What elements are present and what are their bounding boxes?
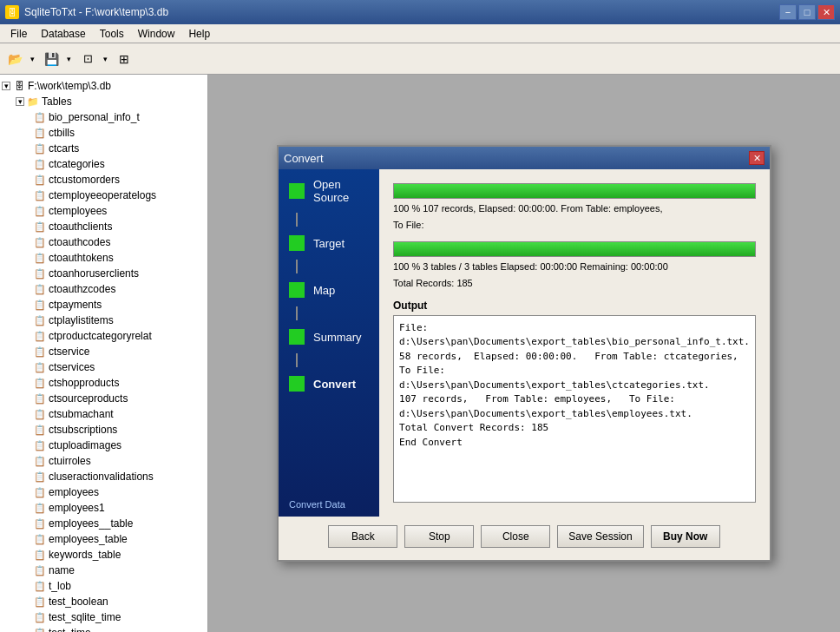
- connector-4: [296, 353, 298, 367]
- step-label-target: Target: [313, 237, 345, 250]
- save-session-button[interactable]: Save Session: [557, 525, 643, 548]
- close-button[interactable]: Close: [481, 525, 550, 548]
- dialog-close-btn[interactable]: ✕: [749, 151, 765, 165]
- list-item[interactable]: 📋ctoauthtokens: [0, 250, 207, 266]
- list-item[interactable]: 📋ctshopproducts: [0, 375, 207, 391]
- list-item[interactable]: 📋employees_table: [0, 531, 207, 547]
- list-item[interactable]: 📋bio_personal_info_t: [0, 109, 207, 125]
- list-item[interactable]: 📋ctsubmachant: [0, 406, 207, 422]
- table-icon: 📋: [33, 313, 47, 327]
- list-item[interactable]: 📋employees__table: [0, 516, 207, 531]
- export-group: ⊡ ▾: [76, 48, 111, 70]
- list-item[interactable]: 📋test_boolean: [0, 594, 207, 609]
- list-item[interactable]: 📋ctservices: [0, 359, 207, 375]
- list-item[interactable]: 📋ctuploadimages: [0, 438, 207, 453]
- table-icon: 📋: [33, 157, 47, 171]
- list-item[interactable]: 📋ctemployeeoperatelogs: [0, 188, 207, 203]
- content-area: Convert ✕ Open Source: [208, 75, 840, 632]
- progress-bar-1-container: [393, 183, 756, 199]
- wizard-step-convert[interactable]: Convert: [279, 367, 379, 400]
- window-title: SqliteToTxt - F:\work\temp\3.db: [24, 6, 168, 18]
- table-icon: 📋: [33, 345, 47, 359]
- list-item[interactable]: 📋ctpayments: [0, 297, 207, 313]
- maximize-btn[interactable]: □: [798, 4, 816, 20]
- list-item[interactable]: 📋ctsubscriptions: [0, 422, 207, 438]
- folder-icon: 📁: [26, 95, 40, 109]
- list-item[interactable]: 📋employees: [0, 484, 207, 500]
- list-item[interactable]: 📋ctbills: [0, 125, 207, 141]
- menu-window[interactable]: Window: [131, 26, 182, 42]
- progress-label-1: 100 % 107 records, Elapsed: 00:00:00. Fr…: [393, 202, 756, 215]
- table-icon: 📋: [33, 532, 47, 546]
- list-item[interactable]: 📋ctcarts: [0, 141, 207, 156]
- list-item[interactable]: 📋ctuirroles: [0, 453, 207, 469]
- connector-3: [296, 306, 298, 320]
- list-item[interactable]: 📋keywords_table: [0, 547, 207, 563]
- table-icon: 📋: [33, 485, 47, 499]
- app-icon: 🗄: [5, 5, 19, 19]
- table-icon: 📋: [33, 454, 47, 468]
- list-item[interactable]: 📋ctplaylistitems: [0, 313, 207, 328]
- list-item[interactable]: 📋name: [0, 563, 207, 578]
- menu-bar: File Database Tools Window Help: [0, 24, 840, 43]
- wizard-step-summary[interactable]: Summary: [279, 320, 379, 353]
- tables-expand[interactable]: ▾: [16, 97, 24, 106]
- list-item[interactable]: 📋ctoauthclients: [0, 219, 207, 234]
- list-item[interactable]: 📋ctcategories: [0, 156, 207, 172]
- list-item[interactable]: 📋ctcustomorders: [0, 172, 207, 188]
- root-expand[interactable]: ▾: [2, 82, 10, 90]
- minimize-btn[interactable]: −: [779, 4, 797, 20]
- list-item[interactable]: 📋cluseractionvalidations: [0, 469, 207, 484]
- list-item[interactable]: 📋ctemployees: [0, 203, 207, 219]
- step-dot-target: [289, 235, 305, 251]
- menu-help[interactable]: Help: [181, 26, 217, 42]
- wizard-step-open-source[interactable]: Open Source: [279, 169, 379, 213]
- wizard-sidebar: Open Source Target Map: [279, 169, 379, 517]
- list-item[interactable]: 📋ctoanhoruserclients: [0, 266, 207, 281]
- wizard-step-target[interactable]: Target: [279, 227, 379, 260]
- open-dropdown-btn[interactable]: ▾: [26, 48, 38, 70]
- step-label-convert: Convert: [313, 378, 356, 391]
- menu-database[interactable]: Database: [34, 26, 92, 42]
- step-label-open-source: Open Source: [313, 178, 369, 204]
- list-item[interactable]: 📋test_time: [0, 625, 207, 632]
- table-icon: 📋: [33, 188, 47, 202]
- step-label-summary: Summary: [313, 331, 362, 344]
- table-icon: 📋: [33, 407, 47, 421]
- close-window-btn[interactable]: ✕: [817, 4, 835, 20]
- table-icon: 📋: [33, 563, 47, 577]
- tree-tables-folder[interactable]: ▾ 📁 Tables: [0, 94, 207, 109]
- table-icon: 📋: [33, 626, 47, 632]
- wizard-step-map[interactable]: Map: [279, 273, 379, 306]
- back-button[interactable]: Back: [328, 525, 397, 548]
- menu-file[interactable]: File: [3, 26, 34, 42]
- list-item[interactable]: 📋ctproductcategoryrelat: [0, 328, 207, 344]
- progress-bar-2-fill: [394, 242, 755, 256]
- table-icon: 📋: [33, 126, 47, 140]
- save-group: 💾 ▾: [40, 48, 75, 70]
- open-file-btn[interactable]: 📂: [3, 48, 26, 70]
- tree-root[interactable]: ▾ 🗄 F:\work\temp\3.db: [0, 78, 207, 94]
- menu-tools[interactable]: Tools: [93, 26, 131, 42]
- save-btn[interactable]: 💾: [40, 48, 62, 70]
- table-icon: 📋: [33, 548, 47, 562]
- output-text: File: d:\Users\pan\Documents\export_tabl…: [393, 315, 756, 503]
- stop-button[interactable]: Stop: [404, 525, 474, 548]
- list-item[interactable]: 📋t_lob: [0, 578, 207, 594]
- list-item[interactable]: 📋ctservice: [0, 344, 207, 359]
- progress-bar-1-fill: [394, 184, 755, 198]
- table-icon: 📋: [33, 220, 47, 234]
- list-item[interactable]: 📋test_sqlite_time: [0, 609, 207, 625]
- export-dropdown-btn[interactable]: ▾: [99, 48, 111, 70]
- tables-label: Tables: [40, 95, 72, 108]
- list-item[interactable]: 📋ctoauthzcodes: [0, 281, 207, 297]
- list-item[interactable]: 📋ctsourceproducts: [0, 391, 207, 406]
- save-dropdown-btn[interactable]: ▾: [62, 48, 75, 70]
- step-dot-map: [289, 282, 305, 298]
- export-btn[interactable]: ⊡: [76, 48, 99, 70]
- list-item[interactable]: 📋ctoauthcodes: [0, 234, 207, 250]
- dialog-buttons: Back Stop Close Save Session Buy Now: [279, 517, 770, 560]
- list-item[interactable]: 📋employees1: [0, 500, 207, 516]
- grid-view-btn[interactable]: ⊞: [113, 48, 135, 70]
- buy-now-button[interactable]: Buy Now: [651, 525, 720, 548]
